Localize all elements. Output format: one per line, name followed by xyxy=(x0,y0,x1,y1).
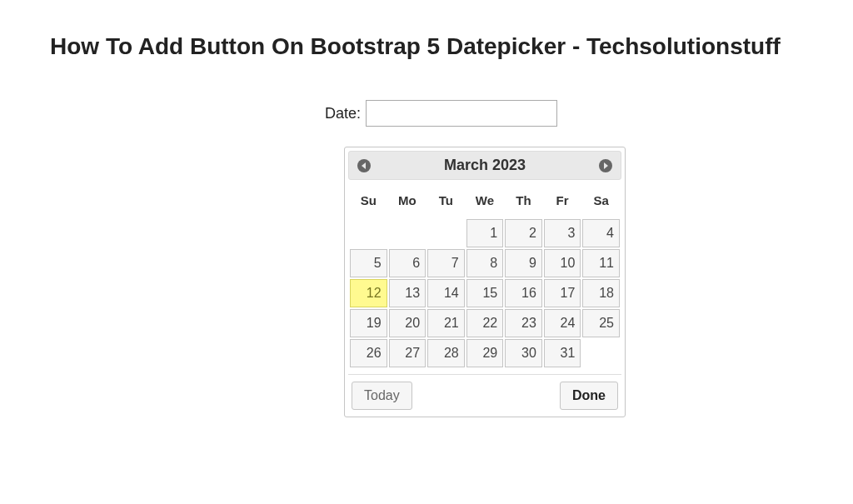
date-input[interactable] xyxy=(366,100,557,127)
datepicker: March 2023 Su Mo Tu We Th Fr Sa 12345678… xyxy=(344,147,626,160)
next-month-button[interactable] xyxy=(597,157,614,161)
datepicker-header: March 2023 xyxy=(348,151,621,160)
date-form-row: Date: xyxy=(325,100,803,127)
chevron-left-icon xyxy=(357,159,371,161)
datepicker-title: March 2023 xyxy=(349,157,621,160)
page-title: How To Add Button On Bootstrap 5 Datepic… xyxy=(50,33,803,60)
chevron-right-icon xyxy=(599,159,612,161)
date-label: Date: xyxy=(325,105,361,122)
prev-month-button[interactable] xyxy=(356,157,372,161)
